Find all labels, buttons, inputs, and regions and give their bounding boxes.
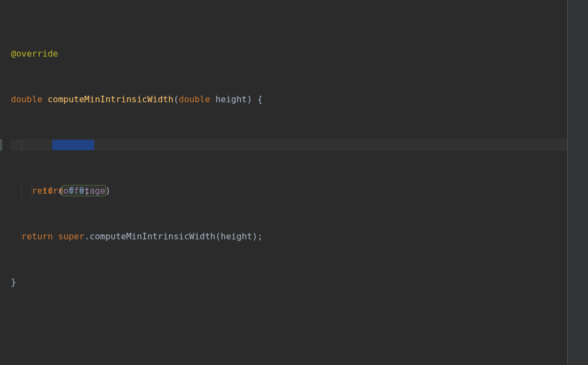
code-line: @override	[11, 48, 568, 59]
code-line: }	[11, 276, 568, 288]
annotation: @override	[11, 48, 58, 59]
code-line-highlighted: if (offstage)	[11, 139, 568, 151]
blank-line	[11, 322, 568, 333]
method-name: computeMinIntrinsicWidth	[47, 94, 173, 104]
code-line: double computeMinIntrinsicWidth(double h…	[11, 94, 568, 105]
code-editor[interactable]: @override double computeMinIntrinsicWidt…	[0, 0, 568, 365]
code-line: return super.computeMinIntrinsicWidth(he…	[11, 231, 568, 242]
text-selection	[52, 140, 94, 150]
gutter-change-marker	[0, 139, 2, 151]
editor-right-margin	[567, 0, 588, 365]
